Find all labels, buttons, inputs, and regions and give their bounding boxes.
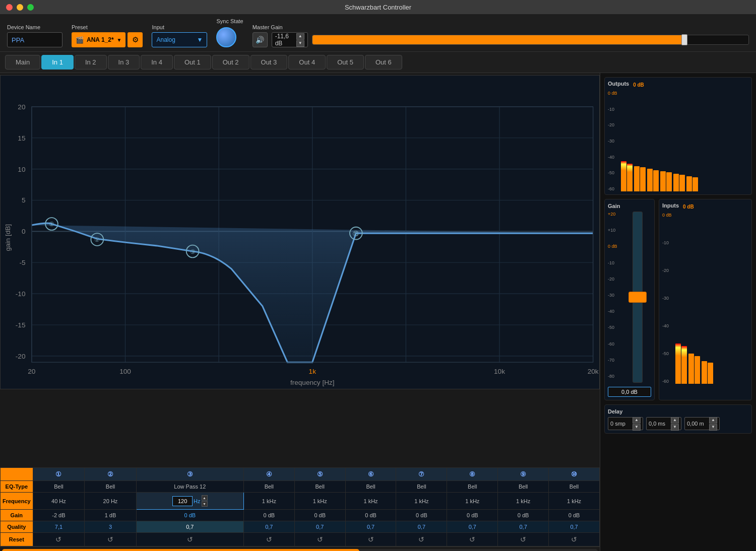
inputs-label: Inputs [662,202,679,209]
tab-out2[interactable]: Out 2 [212,55,249,70]
reset-10[interactable]: ↺ [549,533,600,546]
tab-main[interactable]: Main [5,55,40,70]
eq-type-5[interactable]: Bell [294,481,345,493]
freq-6[interactable]: 1 kHz [345,493,396,510]
master-gain-slider[interactable] [312,35,749,45]
lower-panels: Gain +20 +10 0 dB -10 -20 -30 -40 -50 -6… [604,199,752,400]
delay-ms-down[interactable]: ▼ [671,424,679,431]
eq-type-7[interactable]: Bell [396,481,447,493]
tab-in3[interactable]: In 3 [108,55,140,70]
gain-7[interactable]: 0 dB [396,510,447,521]
output-bar-4l [660,171,666,191]
reset-1[interactable]: ↺ [33,533,85,546]
output-bar-2l [634,166,640,191]
freq-5[interactable]: 1 kHz [294,493,345,510]
freq-3-up[interactable]: ▲ [202,495,208,501]
delay-m-down[interactable]: ▼ [709,424,717,431]
gain-8[interactable]: 0 dB [447,510,498,521]
freq-7[interactable]: 1 kHz [396,493,447,510]
output-bar-4r [666,172,672,191]
gain-6[interactable]: 0 dB [345,510,396,521]
gain-5[interactable]: 0 dB [294,510,345,521]
input-select-button[interactable]: Analog ▼ [152,32,207,47]
eq-type-8[interactable]: Bell [447,481,498,493]
svg-text:5: 5 [22,196,26,204]
close-button[interactable] [6,4,13,11]
reset-2[interactable]: ↺ [85,533,137,546]
freq-4[interactable]: 1 kHz [243,493,294,510]
freq-10[interactable]: 1 kHz [549,493,600,510]
reset-7[interactable]: ↺ [396,533,447,546]
delay-ms-up[interactable]: ▲ [671,417,679,424]
delay-m-up[interactable]: ▲ [709,417,717,424]
tab-out4[interactable]: Out 4 [288,55,326,70]
eq-type-4[interactable]: Bell [243,481,294,493]
quality-1[interactable]: 7,1 [33,521,85,533]
svg-text:20k: 20k [588,368,599,375]
gain-9[interactable]: 0 dB [498,510,549,521]
input-bar-1l [675,343,681,384]
master-gain-up[interactable]: ▲ [296,33,304,40]
freq-1[interactable]: 40 Hz [33,493,85,510]
preset-button[interactable]: 🎬 ANA 1_2* ▼ [72,32,125,47]
eq-type-1[interactable]: Bell [33,481,85,493]
freq-3-down[interactable]: ▼ [202,501,208,507]
reset-8[interactable]: ↺ [447,533,498,546]
reset-9[interactable]: ↺ [498,533,549,546]
output-bar-1r [627,164,633,191]
quality-6[interactable]: 0,7 [345,521,396,533]
eq-type-2[interactable]: Bell [85,481,137,493]
eq-type-3[interactable]: Low Pass 12 [136,481,243,493]
quality-2[interactable]: 3 [85,521,137,533]
device-name-input[interactable] [7,32,62,47]
sync-state-indicator[interactable] [216,27,236,47]
eq-chart[interactable]: 20 15 10 5 0 -5 -10 -15 -20 20 100 1k 10… [0,75,600,389]
quality-4[interactable]: 0,7 [243,521,294,533]
freq-9[interactable]: 1 kHz [498,493,549,510]
eq-type-9[interactable]: Bell [498,481,549,493]
maximize-button[interactable] [27,4,34,11]
tab-in1[interactable]: In 1 [41,55,74,70]
master-gain-speaker-button[interactable]: 🔊 [253,32,268,47]
tab-in2[interactable]: In 2 [75,55,107,70]
freq-3[interactable]: Hz ▲ ▼ [136,493,243,510]
horizontal-scrollbar[interactable] [2,549,598,552]
preset-gear-button[interactable]: ⚙ [128,32,143,47]
reset-3[interactable]: ↺ [136,533,243,546]
delay-smp-up[interactable]: ▲ [633,417,641,424]
device-name-label: Device Name [7,24,62,30]
quality-9[interactable]: 0,7 [498,521,549,533]
freq-8[interactable]: 1 kHz [447,493,498,510]
scrollbar-area [0,546,600,551]
tab-out3[interactable]: Out 3 [250,55,288,70]
quality-3[interactable]: 0,7 [136,521,243,533]
gain-1[interactable]: -2 dB [33,510,85,521]
svg-text:-5: -5 [19,259,25,266]
band-header-8: ⑧ [447,468,498,481]
quality-5[interactable]: 0,7 [294,521,345,533]
quality-8[interactable]: 0,7 [447,521,498,533]
freq-2[interactable]: 20 Hz [85,493,137,510]
delay-smp-down[interactable]: ▼ [633,424,641,431]
master-gain-down[interactable]: ▼ [296,40,304,47]
gain-10[interactable]: 0 dB [549,510,600,521]
freq-3-input[interactable] [172,496,193,506]
minimize-button[interactable] [17,4,23,11]
reset-6[interactable]: ↺ [345,533,396,546]
quality-10[interactable]: 0,7 [549,521,600,533]
tab-in4[interactable]: In 4 [141,55,173,70]
master-gain-value: -11,6 dB [275,33,296,47]
reset-5[interactable]: ↺ [294,533,345,546]
preset-container: 🎬 ANA 1_2* ▼ ⚙ [72,32,143,47]
tab-out1[interactable]: Out 1 [174,55,211,70]
gain-2[interactable]: 1 dB [85,510,137,521]
eq-type-6[interactable]: Bell [345,481,396,493]
eq-type-10[interactable]: Bell [549,481,600,493]
gain-4[interactable]: 0 dB [243,510,294,521]
gain-slider[interactable] [633,212,643,383]
gain-3[interactable]: 0 dB [136,510,243,521]
tab-out5[interactable]: Out 5 [327,55,364,70]
quality-7[interactable]: 0,7 [396,521,447,533]
tab-out6[interactable]: Out 6 [365,55,402,70]
reset-4[interactable]: ↺ [243,533,294,546]
